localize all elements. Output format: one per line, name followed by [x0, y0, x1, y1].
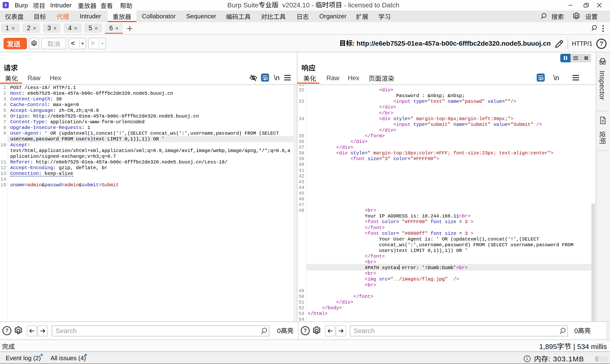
svg-text:?: ?: [5, 327, 8, 333]
svg-text:?: ?: [304, 327, 307, 333]
svg-text:?: ?: [599, 40, 603, 47]
